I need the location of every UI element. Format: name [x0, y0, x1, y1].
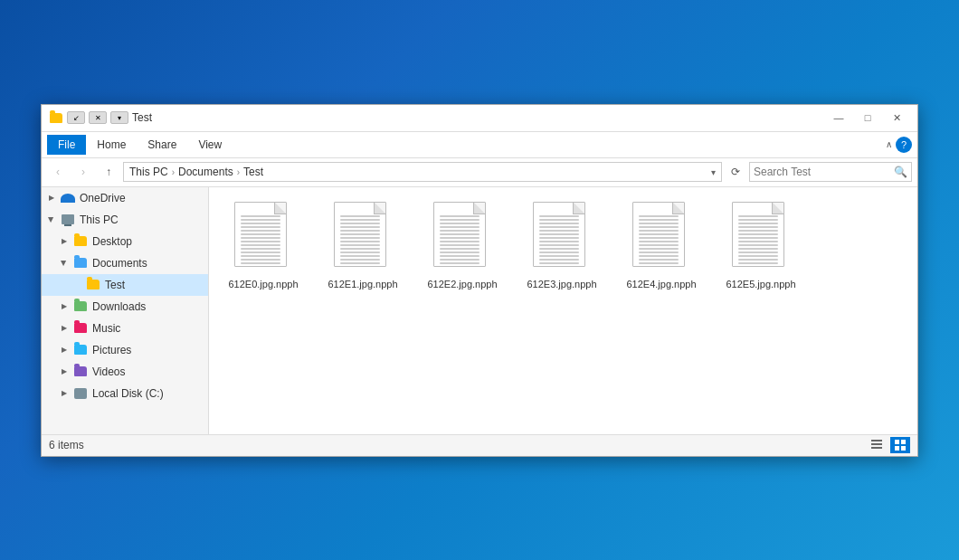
help-button[interactable]: ?	[896, 137, 912, 153]
sidebar-item-desktop[interactable]: ▶ Desktop	[42, 231, 208, 252]
file-page	[433, 202, 486, 267]
path-documents: Documents	[178, 166, 233, 178]
quick-access-button-2[interactable]: ✕	[89, 111, 107, 124]
sidebar-label-downloads: Downloads	[92, 300, 146, 313]
ribbon-collapse-button[interactable]: ∧	[886, 139, 892, 149]
sidebar-item-downloads[interactable]: ▶ Downloads	[42, 296, 208, 318]
item-count: 6 items	[49, 439, 84, 451]
sidebar-label-onedrive: OneDrive	[80, 192, 126, 204]
file-item[interactable]: 612E2.jpg.npph	[417, 196, 508, 294]
desktop-folder-icon	[73, 234, 88, 249]
tab-file[interactable]: File	[47, 135, 86, 155]
explorer-window: ↙ ✕ ▾ Test — □ ✕ File Home Share View ∧ …	[41, 104, 918, 457]
file-lines	[440, 215, 480, 264]
file-line	[440, 230, 480, 232]
view-details-button[interactable]	[867, 437, 887, 453]
sidebar-item-videos[interactable]: ▶ Videos	[42, 361, 208, 383]
search-input[interactable]	[754, 166, 890, 178]
tab-view[interactable]: View	[187, 135, 233, 155]
forward-button[interactable]: ›	[72, 161, 94, 183]
path-test: Test	[243, 166, 263, 178]
path-this-pc: This PC	[129, 166, 168, 178]
up-button[interactable]: ↑	[98, 161, 119, 183]
file-line	[241, 248, 280, 250]
sidebar-label-test: Test	[105, 279, 125, 291]
file-item[interactable]: 612E3.jpg.npph	[517, 196, 607, 294]
sidebar-item-music[interactable]: ▶ Music	[42, 318, 208, 339]
sidebar-label-music: Music	[92, 322, 120, 335]
file-line	[738, 241, 778, 242]
file-line	[241, 252, 280, 253]
close-button[interactable]: ✕	[883, 109, 910, 126]
sidebar-item-test[interactable]: Test	[42, 274, 208, 296]
svg-rect-4	[901, 440, 906, 444]
file-line	[241, 255, 280, 257]
file-line	[639, 255, 679, 257]
file-name-2: 612E2.jpg.npph	[427, 278, 497, 290]
view-controls	[867, 437, 910, 453]
file-line	[539, 233, 579, 235]
svg-rect-0	[871, 440, 882, 441]
sidebar-item-documents[interactable]: ▶ Documents	[42, 252, 208, 274]
file-icon-1	[334, 202, 392, 274]
sidebar-item-onedrive[interactable]: ▶ OneDrive	[42, 187, 208, 209]
documents-folder-icon	[73, 256, 88, 271]
file-lines	[539, 215, 579, 264]
file-line	[539, 215, 579, 217]
file-item[interactable]: 612E1.jpg.npph	[318, 196, 408, 294]
file-line	[340, 259, 380, 261]
file-item[interactable]: 612E5.jpg.npph	[716, 196, 806, 294]
tab-share[interactable]: Share	[137, 135, 187, 155]
path-test-label[interactable]: Test	[243, 166, 263, 178]
svg-rect-2	[871, 447, 882, 449]
file-line	[440, 252, 480, 253]
address-path[interactable]: This PC › Documents › Test ▾	[123, 162, 722, 182]
minimize-button[interactable]: —	[825, 109, 852, 126]
file-line	[241, 259, 280, 261]
refresh-button[interactable]: ⟳	[726, 162, 745, 182]
file-page	[533, 202, 585, 267]
file-item[interactable]: 612E0.jpg.npph	[218, 196, 309, 294]
svg-rect-1	[871, 443, 882, 445]
file-page	[234, 202, 287, 267]
tab-home[interactable]: Home	[86, 135, 137, 155]
path-dropdown-button[interactable]: ▾	[711, 167, 716, 177]
sidebar-item-this-pc[interactable]: ▶ This PC	[42, 209, 208, 231]
file-line	[241, 219, 280, 221]
file-line	[440, 259, 480, 261]
file-line	[738, 215, 778, 217]
view-large-button[interactable]	[890, 437, 910, 453]
file-line	[639, 262, 679, 264]
sidebar-item-local-disk[interactable]: ▶ Local Disk (C:)	[42, 383, 208, 404]
path-this-pc-label[interactable]: This PC	[129, 166, 168, 178]
file-line	[738, 233, 778, 235]
expand-arrow-pictures: ▶	[58, 344, 71, 356]
address-bar: ‹ › ↑ This PC › Documents › Test ▾ ⟳ 🔍	[42, 158, 917, 187]
svg-rect-5	[895, 446, 899, 451]
sidebar-label-documents: Documents	[92, 257, 147, 270]
window-title: Test	[132, 111, 825, 124]
file-line	[738, 219, 778, 221]
quick-access-button-1[interactable]: ↙	[67, 111, 85, 124]
expand-arrow-local-disk: ▶	[58, 387, 71, 400]
music-folder-icon	[73, 321, 88, 336]
file-icon-5	[732, 202, 790, 274]
file-line	[738, 262, 778, 264]
search-button[interactable]: 🔍	[894, 166, 907, 178]
sidebar-item-pictures[interactable]: ▶ Pictures	[42, 339, 208, 361]
svg-rect-6	[901, 446, 906, 451]
back-button[interactable]: ‹	[47, 161, 69, 183]
expand-arrow-onedrive: ▶	[45, 192, 58, 204]
window-controls: — □ ✕	[825, 109, 910, 126]
file-line	[440, 233, 480, 235]
quick-access-button-3[interactable]: ▾	[110, 111, 128, 124]
file-line	[241, 215, 280, 217]
maximize-button[interactable]: □	[854, 109, 881, 126]
file-line	[340, 262, 380, 264]
file-icon-4	[632, 202, 690, 274]
file-line	[340, 233, 380, 235]
folder-icon	[50, 113, 62, 123]
path-documents-label[interactable]: Documents	[178, 166, 233, 178]
file-item[interactable]: 612E4.jpg.npph	[616, 196, 707, 294]
file-line	[241, 233, 280, 235]
